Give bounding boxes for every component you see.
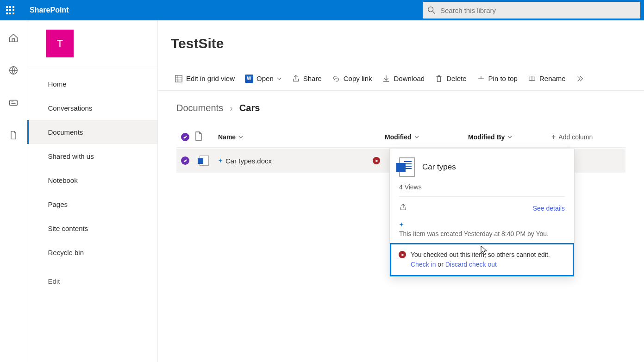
new-indicator-icon <box>399 222 404 227</box>
nav-recycle-bin[interactable]: Recycle bin <box>27 240 157 264</box>
site-column: T Home Conversations Documents Shared wi… <box>27 20 158 362</box>
column-modified-by[interactable]: Modified By <box>468 133 551 141</box>
nav-documents[interactable]: Documents <box>27 120 157 144</box>
left-nav: Home Conversations Documents Shared with… <box>27 67 157 362</box>
cmd-edit-grid[interactable]: Edit in grid view <box>175 75 235 83</box>
files-icon[interactable] <box>6 128 21 143</box>
nav-site-contents[interactable]: Site contents <box>27 216 157 240</box>
cmd-download[interactable]: Download <box>382 75 425 83</box>
svg-point-0 <box>428 7 433 12</box>
check-in-link[interactable]: Check in <box>411 261 436 268</box>
rename-icon <box>528 75 536 83</box>
file-type-header-icon <box>195 131 202 141</box>
see-details-link[interactable]: See details <box>533 205 565 212</box>
nav-notebook[interactable]: Notebook <box>27 168 157 192</box>
nav-home[interactable]: Home <box>27 72 157 96</box>
pin-icon <box>477 75 485 83</box>
svg-line-1 <box>433 12 435 14</box>
views-link[interactable]: 4 Views <box>399 183 565 191</box>
cmd-copy-link-label: Copy link <box>344 75 372 82</box>
search-box[interactable] <box>423 2 640 19</box>
command-bar: Edit in grid view W Open Share Copy link… <box>158 67 644 91</box>
chevron-down-icon <box>277 76 281 81</box>
cmd-share-label: Share <box>303 75 322 82</box>
breadcrumb-current: Cars <box>239 103 260 113</box>
add-column-button[interactable]: + Add column <box>551 133 625 141</box>
site-header[interactable]: T <box>46 30 74 57</box>
file-hover-card: Car types 4 Views See details This item … <box>389 149 575 277</box>
grid-icon <box>175 75 183 83</box>
column-name[interactable]: Name <box>218 133 385 141</box>
chevron-right-icon: › <box>230 103 233 113</box>
cmd-pin[interactable]: Pin to top <box>477 75 518 83</box>
home-icon[interactable] <box>6 31 21 45</box>
cmd-delete[interactable]: Delete <box>435 75 466 83</box>
site-title[interactable]: TestSite <box>171 36 224 51</box>
cmd-share[interactable]: Share <box>292 75 322 83</box>
nav-pages[interactable]: Pages <box>27 192 157 216</box>
svg-rect-6 <box>175 75 182 81</box>
created-text: This item was created Yesterday at 8:40 … <box>399 230 565 237</box>
nav-conversations[interactable]: Conversations <box>27 96 157 120</box>
suite-bar: SharePoint <box>0 0 644 20</box>
breadcrumb-parent[interactable]: Documents <box>176 103 223 113</box>
new-indicator-icon <box>218 158 223 163</box>
delete-icon <box>435 75 443 83</box>
cmd-rename[interactable]: Rename <box>528 75 566 83</box>
file-name-label[interactable]: Car types.docx <box>225 157 272 165</box>
word-file-icon <box>399 157 415 177</box>
card-title: Car types <box>422 162 456 172</box>
app-bar <box>0 20 27 362</box>
link-icon <box>332 75 340 83</box>
flow-icon <box>576 75 584 83</box>
app-launcher-button[interactable] <box>0 0 20 20</box>
nav-shared-with-us[interactable]: Shared with us <box>27 144 157 168</box>
row-select-toggle[interactable] <box>181 156 189 165</box>
waffle-icon <box>6 6 14 14</box>
share-icon <box>292 75 300 83</box>
cmd-delete-label: Delete <box>446 75 466 82</box>
cmd-open-label: Open <box>256 75 274 82</box>
checkout-message: You checked out this item, so others can… <box>411 251 550 258</box>
word-file-icon <box>200 156 209 166</box>
cmd-download-label: Download <box>394 75 425 82</box>
download-icon <box>382 75 390 83</box>
cmd-rename-label: Rename <box>539 75 566 82</box>
site-logo: T <box>46 30 74 57</box>
cmd-open[interactable]: W Open <box>245 75 281 83</box>
cmd-edit-grid-label: Edit in grid view <box>186 75 235 82</box>
checked-out-icon <box>373 157 380 164</box>
select-all-toggle[interactable] <box>181 133 189 141</box>
cmd-pin-label: Pin to top <box>488 75 518 82</box>
divider <box>399 196 565 197</box>
card-share-button[interactable] <box>399 203 407 213</box>
breadcrumb: Documents › Cars <box>176 103 625 113</box>
news-icon[interactable] <box>6 95 21 110</box>
cmd-automate[interactable] <box>576 75 584 83</box>
discard-checkout-link[interactable]: Discard check out <box>445 261 497 268</box>
main: TestSite Edit in grid view W Open Share … <box>158 20 644 362</box>
checkout-banner: You checked out this item, so others can… <box>390 243 574 276</box>
search-input[interactable] <box>440 6 636 14</box>
globe-icon[interactable] <box>6 63 21 78</box>
nav-edit-link[interactable]: Edit <box>27 269 157 293</box>
chevron-down-icon <box>414 135 419 139</box>
cmd-copy-link[interactable]: Copy link <box>332 75 372 83</box>
checked-out-icon <box>399 251 406 258</box>
svg-rect-3 <box>10 100 18 106</box>
chevron-down-icon <box>507 135 512 139</box>
column-modified[interactable]: Modified <box>385 133 468 141</box>
word-icon: W <box>245 75 253 83</box>
chevron-down-icon <box>238 135 243 139</box>
table-header: Name Modified Modified By + Add column <box>176 126 625 148</box>
brand-label[interactable]: SharePoint <box>30 6 69 14</box>
search-icon <box>427 6 436 14</box>
